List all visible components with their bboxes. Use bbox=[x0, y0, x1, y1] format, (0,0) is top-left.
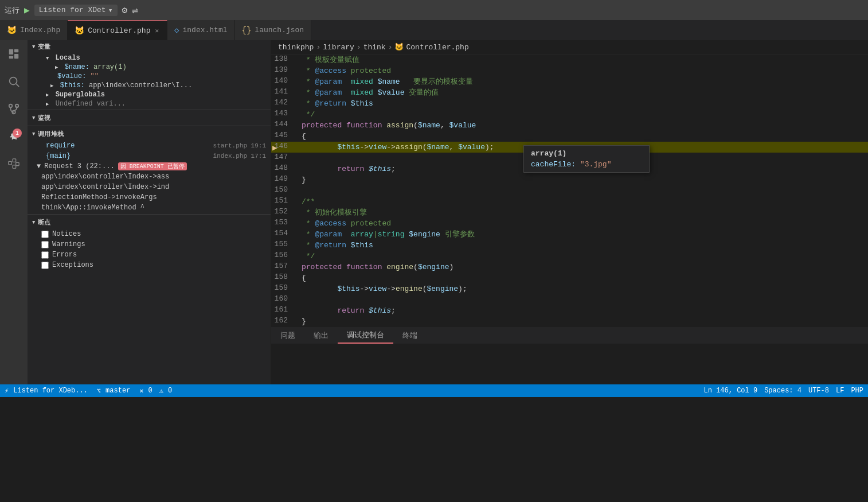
code-line-161: 161 return $this; bbox=[271, 305, 868, 316]
svg-rect-3 bbox=[9, 56, 13, 59]
bottom-tab-output[interactable]: 输出 bbox=[304, 328, 338, 344]
superglobals-label: Superglobals bbox=[56, 91, 105, 99]
line-num-151: 151 bbox=[271, 196, 297, 207]
breadcrumb-controller[interactable]: Controller.php bbox=[406, 43, 468, 52]
line-num-161: 161 bbox=[271, 305, 297, 316]
line-num-144: 144 bbox=[271, 120, 297, 131]
remote-icon[interactable]: ⇌ bbox=[132, 4, 138, 17]
variables-chevron: ▼ bbox=[32, 44, 36, 50]
debug-arrow: ▶ bbox=[272, 143, 277, 153]
svg-rect-2 bbox=[14, 54, 18, 59]
stack-item-main[interactable]: {main} index.php 17:1 bbox=[28, 151, 271, 161]
locals-header[interactable]: ▼ Locals bbox=[28, 53, 271, 63]
debug-badge: 1 bbox=[13, 129, 22, 138]
activity-git[interactable] bbox=[5, 100, 23, 118]
tab-label-index: Index.php bbox=[20, 26, 60, 34]
this-item[interactable]: ▶ $this: app\index\controller\I... bbox=[28, 81, 271, 90]
code-line-142: 142 * @return $this bbox=[271, 98, 868, 109]
code-line-162: 162 } bbox=[271, 316, 868, 327]
line-num-160: 160 bbox=[271, 294, 297, 305]
activity-extensions[interactable] bbox=[5, 155, 23, 173]
code-line-154: 154 * @param array|string $engine 引擎参数 bbox=[271, 229, 868, 240]
activity-search[interactable] bbox=[5, 72, 23, 91]
request-stack-3[interactable]: ReflectionMethod->invokeArgs bbox=[28, 192, 271, 203]
callstack-section-header[interactable]: ▼ 调用堆栈 bbox=[28, 127, 271, 141]
request-label: Request 3 (22:... bbox=[44, 162, 114, 170]
gear-icon[interactable]: ⚙ bbox=[122, 5, 128, 16]
value-key: $value: bbox=[57, 72, 91, 80]
tab-icon-html: ◇ bbox=[174, 25, 179, 35]
code-line-152: 152 * 初始化模板引擎 bbox=[271, 207, 868, 218]
code-line-144: 144 protected function assign($name, $va… bbox=[271, 120, 868, 131]
breakpoint-warnings-label: Warnings bbox=[52, 240, 85, 248]
breakpoint-errors-label: Errors bbox=[52, 251, 77, 259]
line-num-145: 145 bbox=[271, 131, 297, 142]
tab-label-html: index.html bbox=[183, 26, 228, 34]
superglobals-item[interactable]: ▶ Superglobals bbox=[28, 90, 271, 99]
breakpoint-notices-label: Notices bbox=[52, 230, 81, 238]
breadcrumb-file-icon: 🐱 bbox=[394, 42, 404, 52]
listen-button[interactable]: Listen for XDet ▾ bbox=[34, 5, 118, 16]
name-item[interactable]: ▶ $name: array(1) bbox=[28, 63, 271, 72]
app-container: 运行 ▶ Listen for XDet ▾ ⚙ ⇌ 🐱 Index.php 🐱… bbox=[0, 0, 868, 397]
top-bar: 运行 ▶ Listen for XDet ▾ ⚙ ⇌ bbox=[0, 0, 868, 20]
encoding: UTF-8 bbox=[808, 387, 829, 395]
code-line-139: 139 * @access protected bbox=[271, 65, 868, 76]
line-content-160 bbox=[297, 294, 868, 305]
request-badge: 因 BREAKPOINT 已暂停 bbox=[118, 162, 187, 170]
undefined-expand: ▶ bbox=[46, 102, 49, 107]
bottom-tab-problems[interactable]: 问题 bbox=[271, 328, 304, 344]
stack-name-main: {main} bbox=[46, 152, 71, 160]
code-container[interactable]: array(1) cacheFile: "3.jpg" 138 * 模板变量赋值… bbox=[271, 55, 868, 327]
line-num-147: 147 bbox=[271, 153, 297, 164]
activity-explorer[interactable] bbox=[5, 45, 23, 63]
bottom-tab-terminal[interactable]: 终端 bbox=[393, 328, 427, 344]
tab-launch-json[interactable]: {} launch.json bbox=[235, 20, 312, 40]
breakpoints-section-header[interactable]: ▼ 断点 bbox=[28, 216, 271, 229]
breakpoint-notices-checkbox[interactable] bbox=[41, 231, 49, 238]
line-content-145: { bbox=[297, 131, 868, 142]
undefined-item[interactable]: ▶ Undefined vari... bbox=[28, 99, 271, 108]
line-content-138: * 模板变量赋值 bbox=[297, 55, 868, 65]
svg-point-7 bbox=[9, 104, 13, 108]
name-value: array(1) bbox=[93, 63, 127, 71]
breakpoint-errors-checkbox[interactable] bbox=[41, 251, 49, 259]
request-stack-2[interactable]: app\index\controller\Index->ind bbox=[28, 182, 271, 192]
debug-panel: ▼ 变量 ▼ Locals ▶ $name: array(1) $value: … bbox=[28, 40, 271, 384]
line-num-146: ▶ 146 bbox=[271, 142, 297, 153]
tab-controller-php[interactable]: 🐱 Controller.php ✕ bbox=[68, 20, 167, 40]
request-stack-1[interactable]: app\index\controller\Index->ass bbox=[28, 172, 271, 182]
request-stack-4[interactable]: think\App::invokeMethod ^ bbox=[28, 203, 271, 213]
line-content-156: */ bbox=[297, 251, 868, 262]
code-line-140: 140 * @param mixed $name 要显示的模板变量 bbox=[271, 76, 868, 87]
request-item-1: app\index\controller\Index->ass bbox=[41, 173, 169, 181]
breakpoint-warnings-checkbox[interactable] bbox=[41, 241, 49, 248]
breakpoint-warnings: Warnings bbox=[28, 239, 271, 250]
line-num-162: 162 bbox=[271, 316, 297, 327]
breadcrumb-thinkphp[interactable]: thinkphp bbox=[278, 43, 314, 52]
code-line-153: 153 * @access protected bbox=[271, 218, 868, 229]
superglobals-expand: ▶ bbox=[46, 92, 49, 98]
tab-index-html[interactable]: ◇ index.html bbox=[167, 20, 234, 40]
request-header[interactable]: ▼ Request 3 (22:... 因 BREAKPOINT 已暂停 bbox=[28, 161, 271, 172]
line-content-162: } bbox=[297, 316, 868, 327]
run-label: 运行 bbox=[5, 5, 19, 15]
code-line-158: 158 { bbox=[271, 273, 868, 283]
tab-index-php[interactable]: 🐱 Index.php bbox=[0, 20, 68, 40]
breadcrumb-library[interactable]: library bbox=[323, 43, 354, 52]
line-content-152: * 初始化模板引擎 bbox=[297, 207, 868, 218]
line-num-149: 149 bbox=[271, 174, 297, 185]
tab-close-controller[interactable]: ✕ bbox=[154, 27, 160, 34]
code-line-159: 159 $this->view->engine($engine); bbox=[271, 283, 868, 294]
activity-debug[interactable]: 1 bbox=[5, 127, 23, 146]
variables-section-header[interactable]: ▼ 变量 bbox=[28, 40, 271, 53]
line-num-154: 154 bbox=[271, 229, 297, 240]
line-num-142: 142 bbox=[271, 98, 297, 109]
watch-section-header[interactable]: ▼ 监视 bbox=[28, 111, 271, 124]
breadcrumb-think[interactable]: think bbox=[363, 43, 386, 52]
stack-item-require[interactable]: require start.php 19:1 bbox=[28, 141, 271, 151]
bottom-tab-debug-console[interactable]: 调试控制台 bbox=[338, 328, 393, 344]
tab-label-controller: Controller.php bbox=[88, 26, 150, 35]
breakpoint-exceptions-checkbox[interactable] bbox=[41, 262, 49, 269]
line-col: Ln 146, Col 9 bbox=[704, 387, 758, 395]
